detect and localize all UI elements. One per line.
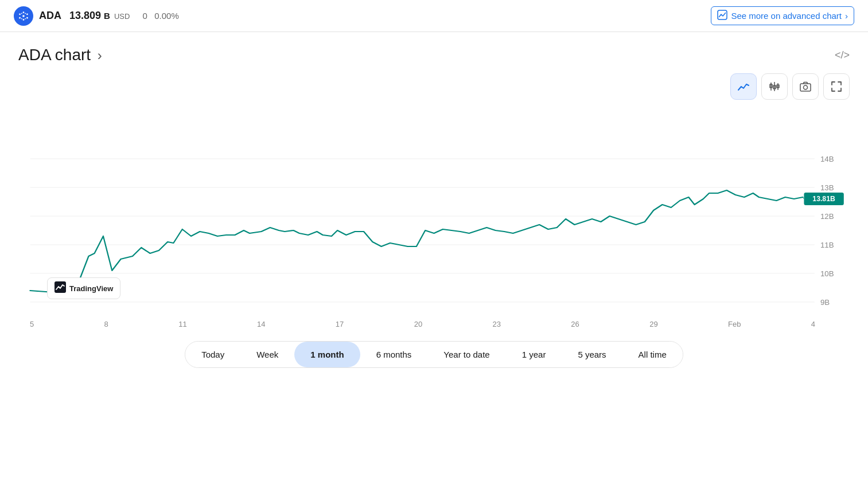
x-label-11: 11 [178, 320, 186, 328]
svg-text:13.81B: 13.81B [812, 195, 835, 203]
x-axis: 5 8 11 14 17 20 23 26 29 Feb 4 [18, 316, 850, 332]
candlestick-button[interactable] [761, 73, 788, 100]
x-label-29: 29 [649, 320, 657, 328]
ada-change: 0 0.00% [142, 11, 178, 21]
svg-text:10B: 10B [820, 269, 834, 278]
svg-point-3 [19, 13, 21, 15]
line-chart-button[interactable] [730, 73, 757, 100]
svg-point-10 [21, 18, 22, 19]
svg-point-1 [23, 11, 25, 13]
fullscreen-button[interactable] [823, 73, 850, 100]
svg-text:14B: 14B [820, 155, 834, 163]
x-label-8: 8 [104, 320, 108, 328]
chart-title-arrow: › [98, 48, 102, 63]
svg-point-7 [22, 15, 25, 17]
ada-logo [14, 6, 33, 26]
chart-title[interactable]: ADA chart › [18, 46, 102, 64]
tradingview-logo [55, 281, 66, 295]
period-week[interactable]: Week [240, 342, 294, 367]
x-label-14: 14 [257, 320, 265, 328]
x-label-23: 23 [493, 320, 501, 328]
period-1year[interactable]: 1 year [506, 342, 562, 367]
camera-button[interactable] [792, 73, 819, 100]
period-5years[interactable]: 5 years [562, 342, 622, 367]
chart-svg: 9B 10B 11B 12B 13B 14B 13.81B [18, 104, 850, 316]
svg-point-9 [25, 13, 26, 14]
svg-text:12B: 12B [820, 212, 834, 221]
advanced-chart-link[interactable]: See more on advanced chart › [711, 6, 854, 25]
header-bar: ADA 13.809 B USD 0 0.00% See more on adv… [0, 0, 868, 32]
x-label-5: 5 [30, 320, 34, 328]
period-alltime[interactable]: All time [622, 342, 683, 367]
period-1month[interactable]: 1 month [294, 342, 360, 367]
period-ytd[interactable]: Year to date [427, 342, 505, 367]
chart-toolbar [18, 73, 850, 100]
svg-point-5 [19, 17, 21, 18]
x-label-17: 17 [336, 320, 344, 328]
ada-ticker: ADA [39, 10, 61, 22]
svg-text:13B: 13B [820, 183, 834, 192]
x-label-26: 26 [571, 320, 579, 328]
period-today[interactable]: Today [185, 342, 240, 367]
advanced-chart-label: See more on advanced chart [731, 11, 842, 21]
svg-point-4 [26, 13, 28, 15]
ada-price: 13.809 B USD [69, 10, 130, 22]
x-label-feb: Feb [728, 320, 741, 328]
svg-rect-36 [55, 281, 66, 293]
chart-trend-icon [717, 10, 727, 22]
chart-header: ADA chart › </> [18, 46, 850, 64]
tradingview-badge: TradingView [47, 277, 120, 299]
svg-point-20 [804, 85, 808, 89]
svg-rect-19 [800, 84, 811, 91]
svg-point-11 [25, 18, 26, 19]
chart-container: 9B 10B 11B 12B 13B 14B 13.81B [18, 104, 850, 316]
advanced-chart-arrow: › [845, 11, 848, 21]
x-label-4: 4 [811, 320, 815, 328]
period-selector: Today Week 1 month 6 months Year to date… [185, 341, 683, 368]
header-right: See more on advanced chart › [711, 6, 854, 25]
svg-point-2 [23, 19, 25, 21]
svg-point-8 [21, 13, 22, 14]
main-content: ADA chart › </> [0, 32, 868, 368]
period-6months[interactable]: 6 months [360, 342, 428, 367]
tradingview-label: TradingView [69, 284, 113, 293]
svg-text:11B: 11B [820, 241, 834, 249]
embed-icon[interactable]: </> [835, 49, 850, 61]
svg-text:9B: 9B [820, 298, 830, 307]
svg-point-6 [26, 17, 28, 18]
x-label-20: 20 [414, 320, 422, 328]
header-left: ADA 13.809 B USD 0 0.00% [14, 6, 179, 26]
